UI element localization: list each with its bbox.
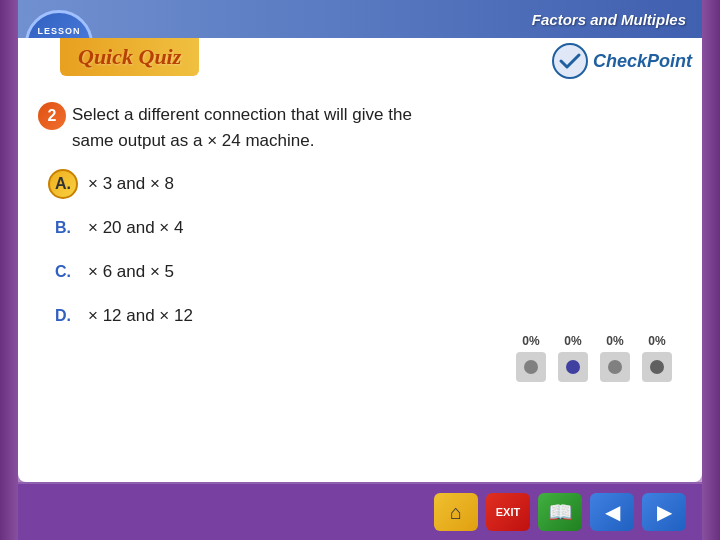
question-number: 2 (38, 102, 66, 130)
top-bar: Factors and Multiples (18, 0, 702, 38)
vote-column-d: 0% (642, 334, 672, 382)
voting-area: 0% 0% 0% 0% (516, 334, 672, 382)
home-button[interactable]: ⌂ (434, 493, 478, 531)
back-button[interactable]: ◀ (590, 493, 634, 531)
vote-bar-c (600, 352, 630, 382)
vote-column-a: 0% (516, 334, 546, 382)
answer-options: A. × 3 and × 8 B. × 20 and × 4 C. × 6 an… (48, 169, 682, 331)
checkpoint-icon (551, 42, 589, 80)
question-row: 2 Select a different connection that wil… (38, 102, 682, 153)
svg-point-0 (553, 44, 587, 78)
vote-percent-b: 0% (564, 334, 581, 348)
answer-text-d: × 12 and × 12 (88, 306, 193, 326)
vote-column-b: 0% (558, 334, 588, 382)
answer-label-c: C. (48, 257, 78, 287)
home-icon: ⌂ (450, 501, 462, 524)
resources-button[interactable]: 📖 (538, 493, 582, 531)
bottom-toolbar: ⌂ EXIT 📖 ◀ ▶ (18, 482, 702, 540)
vote-dot-a (524, 360, 538, 374)
answer-text-b: × 20 and × 4 (88, 218, 183, 238)
answer-row-b[interactable]: B. × 20 and × 4 (48, 213, 682, 243)
answer-row-d[interactable]: D. × 12 and × 12 (48, 301, 682, 331)
answer-row-a[interactable]: A. × 3 and × 8 (48, 169, 682, 199)
quick-quiz-label: Quick Quiz (78, 44, 181, 69)
page-title: Factors and Multiples (532, 11, 686, 28)
forward-button[interactable]: ▶ (642, 493, 686, 531)
right-bar (702, 0, 720, 540)
question-text: Select a different connection that will … (72, 102, 412, 153)
vote-dot-d (650, 360, 664, 374)
exit-button[interactable]: EXIT (486, 493, 530, 531)
vote-bar-d (642, 352, 672, 382)
vote-percent-a: 0% (522, 334, 539, 348)
vote-percent-c: 0% (606, 334, 623, 348)
resources-icon: 📖 (548, 500, 573, 524)
forward-icon: ▶ (657, 500, 672, 524)
left-bar (0, 0, 18, 540)
vote-dot-b (566, 360, 580, 374)
vote-dot-c (608, 360, 622, 374)
quick-quiz-banner: Quick Quiz (60, 38, 199, 76)
answer-row-c[interactable]: C. × 6 and × 5 (48, 257, 682, 287)
checkpoint-badge: CheckPoint (551, 42, 692, 80)
content-area: 2 Select a different connection that wil… (18, 38, 702, 482)
exit-label: EXIT (496, 506, 520, 518)
answer-label-d: D. (48, 301, 78, 331)
vote-percent-d: 0% (648, 334, 665, 348)
answer-text-a: × 3 and × 8 (88, 174, 174, 194)
checkpoint-label: CheckPoint (593, 51, 692, 72)
vote-column-c: 0% (600, 334, 630, 382)
answer-label-b: B. (48, 213, 78, 243)
back-icon: ◀ (605, 500, 620, 524)
vote-bar-b (558, 352, 588, 382)
answer-label-a: A. (48, 169, 78, 199)
main-container: Factors and Multiples LESSON 2.1 Quick Q… (0, 0, 720, 540)
answer-text-c: × 6 and × 5 (88, 262, 174, 282)
vote-bar-a (516, 352, 546, 382)
